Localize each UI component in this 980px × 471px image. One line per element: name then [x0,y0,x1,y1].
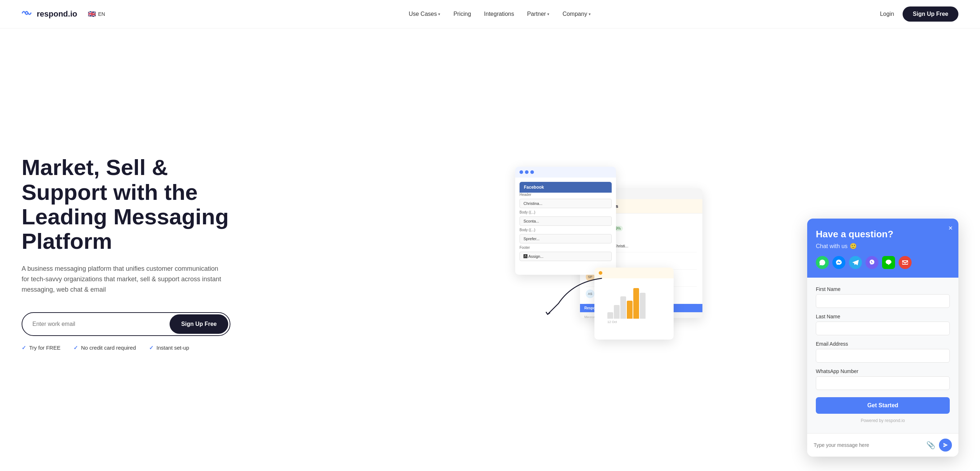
chat-message-bar: 📎 [807,433,958,457]
nav-integrations[interactable]: Integrations [484,11,514,17]
fb-field-footer: 🅰 Assign... [520,252,612,261]
logo-text: respond.io [37,10,77,19]
chart-bar-highlight [633,288,639,319]
whatsapp-channel-icon[interactable] [816,256,829,269]
nav-pricing[interactable]: Pricing [453,11,471,17]
lang-label: EN [98,11,105,17]
email-address-label: Email Address [816,341,950,347]
last-name-label: Last Name [816,313,950,320]
check-icon: ✓ [22,345,26,351]
lang-selector[interactable]: 🇬🇧 EN [88,10,105,18]
check-icon: ✓ [73,345,78,351]
chart-date-label: 12 Oct [599,320,669,324]
whatsapp-input[interactable] [816,376,950,390]
viber-channel-icon[interactable] [865,256,878,269]
email-address-input[interactable] [816,349,950,363]
chat-message-input[interactable] [814,442,923,448]
login-link[interactable]: Login [880,11,894,17]
navbar: respond.io 🇬🇧 EN Use Cases ▾ Pricing Int… [0,0,980,29]
email-signup-form: Sign Up Free [22,312,231,336]
dashboard-mockup: ✦ Conversations Opened 384 ▲ 1.9% [515,167,702,340]
email-address-field: Email Address [816,341,950,363]
chevron-down-icon: ▾ [438,12,440,17]
hero-content: Market, Sell & Support with the Leading … [22,155,259,351]
trust-badge-no-cc: ✓ No credit card required [73,345,136,351]
logo[interactable]: respond.io [22,9,77,20]
window-dot-blue [520,170,523,174]
trust-badge-instant: ✓ Instant set-up [149,345,189,351]
arrow-decoration [544,275,609,318]
fb-field-body1: Sconta... [520,216,612,226]
window-dot-blue3 [530,170,534,174]
line-channel-icon[interactable] [882,256,895,269]
get-started-button[interactable]: Get Started [816,397,950,414]
attach-icon[interactable]: 📎 [926,441,935,449]
flag-icon: 🇬🇧 [88,10,96,18]
chevron-down-icon: ▾ [547,12,549,17]
powered-by: Powered by respond.io [816,414,950,425]
nav-right: Login Sign Up Free [880,6,958,22]
whatsapp-field: WhatsApp Number [816,368,950,390]
chart-bars [599,283,669,319]
window-dot [599,271,602,275]
messenger-channel-icon[interactable] [832,256,845,269]
chat-widget: × Have a question? Chat with us 🙂 [807,219,958,457]
first-name-input[interactable] [816,294,950,308]
chart-bar [640,293,646,319]
window-dot-blue2 [525,170,528,174]
chat-header: × Have a question? Chat with us 🙂 [807,219,958,278]
chart-bar [614,305,620,319]
telegram-channel-icon[interactable] [849,256,862,269]
nav-partner[interactable]: Partner ▾ [527,11,549,17]
chevron-down-icon: ▾ [589,12,591,17]
email-input[interactable] [22,314,168,334]
chart-bar [620,296,626,319]
hero-signup-button[interactable]: Sign Up Free [170,314,228,334]
nav-signup-button[interactable]: Sign Up Free [903,6,958,22]
chat-form: First Name Last Name Email Address Whats… [807,278,958,433]
send-button[interactable] [939,439,952,452]
first-name-field: First Name [816,286,950,308]
chat-channels [816,256,950,269]
last-name-field: Last Name [816,313,950,335]
chat-title: Have a question? [816,229,950,240]
whatsapp-label: WhatsApp Number [816,368,950,374]
chat-close-button[interactable]: × [948,224,953,232]
email-channel-icon[interactable] [899,256,912,269]
logo-icon [22,9,35,20]
first-name-label: First Name [816,286,950,292]
check-icon: ✓ [149,345,154,351]
nav-links: Use Cases ▾ Pricing Integrations Partner… [119,11,880,17]
nav-use-cases[interactable]: Use Cases ▾ [409,11,440,17]
fb-builder-window: Facebook Header Christina... Body ((...)… [515,167,616,275]
fb-field-body2: Sprefer... [520,234,612,243]
trust-badge-free: ✓ Try for FREE [22,345,60,351]
smile-emoji: 🙂 [850,243,857,250]
hero-title: Market, Sell & Support with the Leading … [22,155,259,253]
chart-bar-highlight [627,301,633,319]
hero-subtitle: A business messaging platform that unifi… [22,264,223,294]
trust-badges: ✓ Try for FREE ✓ No credit card required… [22,345,259,351]
fb-panel: Facebook Header Christina... Body ((...)… [515,178,616,267]
chat-subtitle: Chat with us 🙂 [816,243,950,250]
last-name-input[interactable] [816,321,950,335]
fb-header: Facebook [520,182,612,193]
nav-company[interactable]: Company ▾ [562,11,590,17]
fb-field-header: Christina... [520,199,612,208]
